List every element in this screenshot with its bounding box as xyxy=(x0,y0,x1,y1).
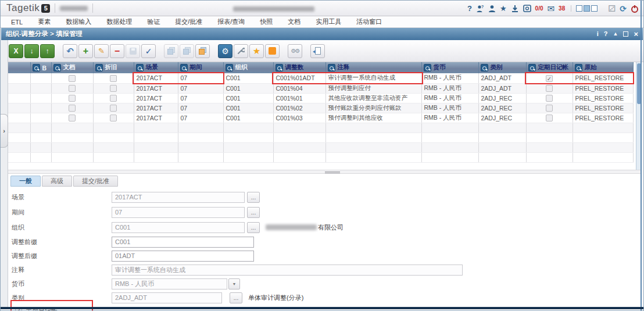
col-header-periodic[interactable]: 定期日记帐 xyxy=(526,62,573,73)
menu-item-documents[interactable]: 文档 xyxy=(288,17,300,26)
menu-item-data-entry[interactable]: 数据输入 xyxy=(66,17,91,26)
col-header-adjustment[interactable]: 调整数 xyxy=(273,62,325,73)
col-header-note[interactable]: 注释 xyxy=(325,62,421,73)
adj-suffix-field[interactable]: 01ADT xyxy=(112,251,254,262)
doc-checkbox[interactable] xyxy=(69,115,76,121)
depreciation-checkbox[interactable] xyxy=(110,95,117,102)
org-browse-button[interactable]: ... xyxy=(247,222,260,233)
table-row[interactable]: 2017ACT07C001 C001%01其他应收款调整至非流动资产RMB - … xyxy=(8,93,633,103)
doc-checkbox[interactable] xyxy=(69,75,76,82)
col-header-scenario[interactable]: 场景 xyxy=(134,62,178,73)
undo-button[interactable]: ↶ xyxy=(63,44,77,58)
layout-split-icon[interactable] xyxy=(584,5,590,12)
filter-icon[interactable] xyxy=(575,64,582,72)
filter-icon[interactable] xyxy=(481,64,488,72)
table-row[interactable]: 2017ACT07C001 C001%04预付调整到应付RMB - 人民币 2A… xyxy=(8,83,633,93)
depreciation-checkbox[interactable] xyxy=(110,85,117,92)
close-icon[interactable]: × xyxy=(634,30,638,38)
confirm-button[interactable]: ✓ xyxy=(141,44,156,58)
filter-icon[interactable] xyxy=(136,64,144,72)
scenario-browse-button[interactable]: ... xyxy=(247,192,260,203)
favorites-icon[interactable]: ★ xyxy=(500,5,507,12)
copy-adjustment-button[interactable] xyxy=(195,44,210,58)
info-icon[interactable]: i xyxy=(597,31,599,37)
currency-dropdown-button[interactable]: ▼ xyxy=(228,278,240,289)
periodic-checkbox[interactable] xyxy=(546,115,553,121)
export-document-button[interactable] xyxy=(310,44,325,58)
menu-item-validation[interactable]: 验证 xyxy=(147,17,160,26)
doc-checkbox[interactable] xyxy=(69,85,76,92)
col-header-b[interactable]: B xyxy=(30,62,51,73)
menu-item-submit-approve[interactable]: 提交/批准 xyxy=(175,17,202,26)
settings-button[interactable]: ⚙ xyxy=(218,44,232,58)
filter-icon[interactable] xyxy=(528,64,536,72)
collapse-icon[interactable]: ▲ xyxy=(613,31,618,37)
col-header-currency[interactable]: 货币 xyxy=(421,62,478,73)
filter-icon[interactable] xyxy=(53,64,61,72)
add-button[interactable]: + xyxy=(78,44,93,58)
support-icon[interactable]: ? xyxy=(476,5,484,13)
dice-icon[interactable]: ⚂ xyxy=(608,4,616,13)
power-icon[interactable] xyxy=(631,5,639,13)
menu-item-snapshot[interactable]: 快照 xyxy=(260,17,273,26)
edit-button[interactable]: ✎ xyxy=(94,44,109,58)
table-row[interactable]: 2017ACT07C001 C001%03预付调整到其他应收RMB - 人民币 … xyxy=(8,113,633,123)
download-icon[interactable] xyxy=(511,5,519,13)
favorites-button[interactable]: ★ xyxy=(249,44,264,58)
layout-single-icon[interactable] xyxy=(576,5,582,12)
help-icon[interactable]: ? xyxy=(467,5,472,12)
filter-icon[interactable] xyxy=(95,64,103,72)
periodic-checkbox[interactable]: ✓ xyxy=(546,75,553,82)
tools-button[interactable] xyxy=(234,44,248,58)
menu-item-reports-query[interactable]: 报表/查询 xyxy=(217,17,245,26)
col-header-period[interactable]: 期间 xyxy=(178,62,223,73)
splitter-handle[interactable] xyxy=(8,170,641,174)
menu-item-utilities[interactable]: 实用工具 xyxy=(316,17,341,26)
menu-item-data-processing[interactable]: 数据处理 xyxy=(106,17,132,26)
menu-item-active-windows[interactable]: 活动窗口 xyxy=(356,17,382,26)
col-header-origin[interactable]: 原始 xyxy=(573,62,633,73)
table-row[interactable]: 2017ACT07C001 C001%02预付账款重分类到应付账款RMB - 人… xyxy=(8,103,633,113)
col-header-category[interactable]: 类别 xyxy=(478,62,526,73)
category-browse-button[interactable]: ... xyxy=(230,292,242,303)
menu-item-elements[interactable]: 要素 xyxy=(38,17,51,26)
tab-advanced[interactable]: 高级 xyxy=(42,176,72,187)
col-header-org[interactable]: 组织 xyxy=(223,62,273,73)
user-icon[interactable] xyxy=(488,5,496,13)
layout-grid-icon[interactable] xyxy=(591,5,598,12)
filter-icon[interactable] xyxy=(33,64,40,72)
expand-left-panel-handle[interactable]: › xyxy=(1,114,8,148)
adj-prefix-field[interactable]: C001 xyxy=(112,237,254,248)
inbox-icon[interactable]: ✉ xyxy=(548,4,555,13)
filter-icon[interactable] xyxy=(328,64,335,72)
legend-button[interactable] xyxy=(265,44,280,58)
doc-checkbox[interactable] xyxy=(69,105,76,112)
excel-import-button[interactable]: ↓ xyxy=(24,44,39,58)
filter-icon[interactable] xyxy=(180,64,188,72)
col-header-depreciation[interactable]: 折旧 xyxy=(93,62,134,73)
tab-submit-approve[interactable]: 提交/批准 xyxy=(73,176,118,187)
depreciation-checkbox[interactable] xyxy=(110,75,117,82)
periodic-checkbox[interactable] xyxy=(546,105,553,112)
module-help-icon[interactable]: ? xyxy=(604,31,608,37)
table-row[interactable]: 2017ACT07C001 C001%01ADT审计调整一系统自动生成RMB -… xyxy=(8,73,633,83)
refresh-icon[interactable]: ⟳ xyxy=(620,5,627,13)
periodic-checkbox[interactable] xyxy=(546,95,553,102)
filter-icon[interactable] xyxy=(226,64,233,72)
excel-export-button[interactable]: X xyxy=(9,44,23,58)
snapshot-icon[interactable] xyxy=(523,5,531,12)
depreciation-checkbox[interactable] xyxy=(110,115,117,121)
menu-item-etl[interactable]: ETL xyxy=(11,19,23,26)
periodic-checkbox[interactable] xyxy=(546,85,553,92)
col-header-doc[interactable]: 文档 xyxy=(51,62,93,73)
filter-icon[interactable] xyxy=(276,64,283,72)
delete-button[interactable]: − xyxy=(110,44,124,58)
maximize-icon[interactable] xyxy=(623,31,628,37)
depreciation-checkbox[interactable] xyxy=(110,105,117,112)
filter-icon[interactable] xyxy=(424,64,431,72)
process-button[interactable]: ⚙⚙ xyxy=(288,44,302,58)
excel-upload-button[interactable]: ↑ xyxy=(40,44,55,58)
doc-checkbox[interactable] xyxy=(69,95,76,102)
tab-general[interactable]: 一般 xyxy=(10,176,41,187)
period-browse-button[interactable]: ... xyxy=(247,207,260,218)
